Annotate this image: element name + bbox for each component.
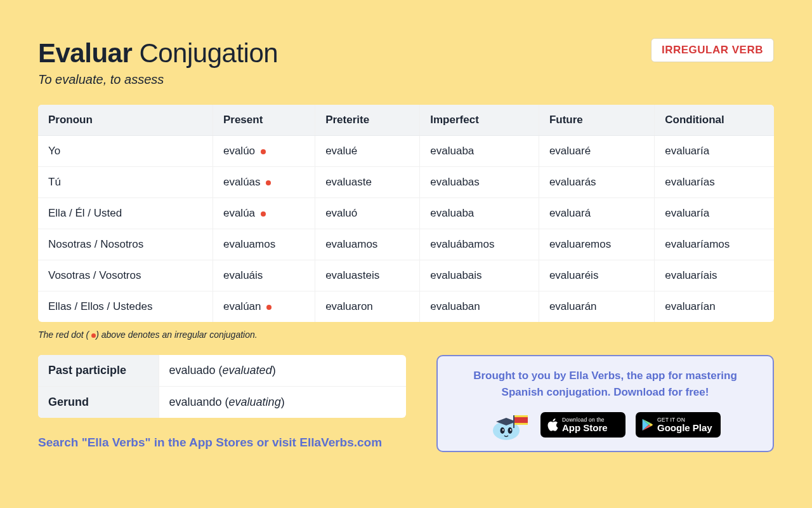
- table-cell: evaluamos: [213, 229, 315, 260]
- table-cell: evalúa: [213, 198, 315, 229]
- table-cell: evaluasteis: [315, 260, 420, 291]
- forms-table: Past participle evaluado (evaluated) Ger…: [38, 355, 406, 418]
- svg-point-4: [510, 429, 511, 431]
- table-cell: evaluaríais: [655, 260, 774, 291]
- table-cell: evaluaba: [420, 198, 539, 229]
- table-cell: Tú: [38, 167, 213, 198]
- table-cell: evaluaron: [315, 291, 420, 323]
- past-participle-value: evaluado (evaluated): [159, 355, 406, 387]
- table-cell: evaluábamos: [420, 229, 539, 260]
- table-cell: evaluó: [315, 198, 420, 229]
- past-participle-label: Past participle: [38, 355, 159, 387]
- svg-point-2: [508, 427, 513, 434]
- title-suffix: Conjugation: [132, 38, 278, 68]
- table-cell: evaluaréis: [539, 260, 654, 291]
- conjugation-table: PronounPresentPreteriteImperfectFutureCo…: [38, 105, 774, 322]
- page-title: Evaluar Conjugation: [38, 38, 278, 69]
- table-row: Ella / Él / Ustedevalúa evaluóevaluabaev…: [38, 198, 774, 229]
- title-verb: Evaluar: [38, 38, 132, 68]
- table-cell: evalúas: [213, 167, 315, 198]
- table-cell: evaluabais: [420, 260, 539, 291]
- google-play-icon: [641, 418, 654, 432]
- google-play-button[interactable]: GET IT ON Google Play: [636, 412, 721, 438]
- irregular-badge: IRREGULAR VERB: [651, 38, 774, 62]
- table-cell: evaluarías: [655, 167, 774, 198]
- svg-point-1: [501, 427, 505, 434]
- table-cell: evaluamos: [315, 229, 420, 260]
- table-cell: Ellas / Ellos / Ustedes: [38, 291, 213, 323]
- table-cell: evaluaría: [655, 136, 774, 167]
- table-cell: evalué: [315, 136, 420, 167]
- apple-icon: [546, 418, 559, 432]
- table-row: Vosotras / Vosotrosevaluáisevaluasteisev…: [38, 260, 774, 291]
- table-cell: evaluáis: [213, 260, 315, 291]
- table-cell: evalúan: [213, 291, 315, 323]
- table-cell: evalúo: [213, 136, 315, 167]
- footnote: The red dot () above denotes an irregula…: [38, 330, 774, 340]
- table-cell: evaluaría: [655, 198, 774, 229]
- table-cell: evaluaban: [420, 291, 539, 323]
- svg-rect-6: [514, 417, 528, 423]
- search-cta: Search "Ella Verbs" in the App Stores or…: [38, 436, 406, 450]
- mascot-icon: [490, 409, 530, 441]
- table-header: Present: [213, 105, 315, 136]
- promo-text: Brought to you by Ella Verbs, the app fo…: [453, 368, 757, 400]
- gerund-value: evaluando (evaluating): [159, 387, 406, 418]
- table-cell: evaluarán: [539, 291, 654, 323]
- promo-box: Brought to you by Ella Verbs, the app fo…: [436, 355, 774, 452]
- table-header: Pronoun: [38, 105, 213, 136]
- irregular-dot-icon: [266, 305, 272, 310]
- gerund-label: Gerund: [38, 387, 159, 418]
- irregular-dot-icon: [261, 149, 266, 154]
- table-cell: evaluabas: [420, 167, 539, 198]
- table-cell: evaluaste: [315, 167, 420, 198]
- table-cell: Vosotras / Vosotros: [38, 260, 213, 291]
- table-cell: evaluarían: [655, 291, 774, 323]
- table-cell: evaluaba: [420, 136, 539, 167]
- table-cell: evaluará: [539, 198, 654, 229]
- table-row: Nosotras / Nosotrosevaluamosevaluamoseva…: [38, 229, 774, 260]
- irregular-dot-icon: [266, 180, 271, 185]
- table-header: Conditional: [655, 105, 774, 136]
- table-header: Preterite: [315, 105, 420, 136]
- table-cell: Nosotras / Nosotros: [38, 229, 213, 260]
- table-cell: Ella / Él / Usted: [38, 198, 213, 229]
- svg-point-3: [502, 429, 504, 431]
- table-cell: evaluaríamos: [655, 229, 774, 260]
- irregular-dot-icon: [261, 211, 266, 217]
- table-cell: evaluaremos: [539, 229, 654, 260]
- table-cell: evaluaré: [539, 136, 654, 167]
- subtitle: To evaluate, to assess: [38, 72, 774, 87]
- table-row: Túevalúas evaluasteevaluabasevaluaráseva…: [38, 167, 774, 198]
- table-header: Imperfect: [420, 105, 539, 136]
- table-cell: evaluarás: [539, 167, 654, 198]
- table-cell: Yo: [38, 136, 213, 167]
- app-store-button[interactable]: Download on the App Store: [540, 412, 625, 438]
- table-row: Ellas / Ellos / Ustedesevalúan evaluaron…: [38, 291, 774, 323]
- table-header: Future: [539, 105, 654, 136]
- table-row: Yoevalúo evaluéevaluabaevaluaréevaluaría: [38, 136, 774, 167]
